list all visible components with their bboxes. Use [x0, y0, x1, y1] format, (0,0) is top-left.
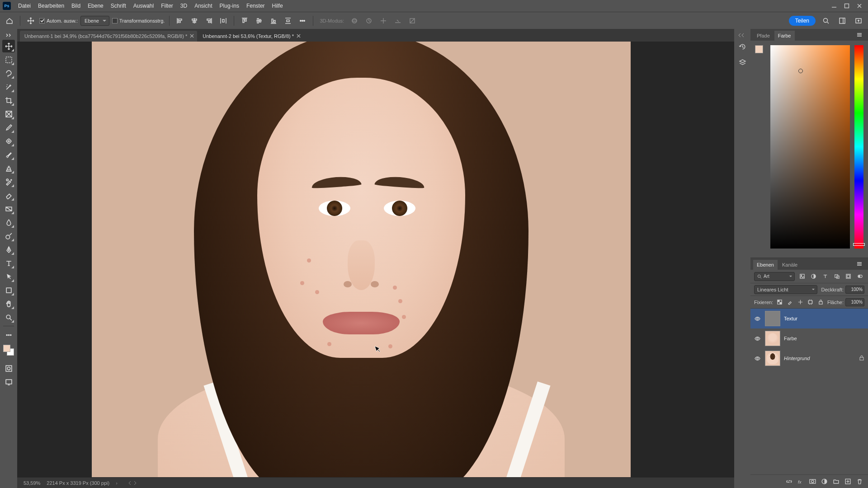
canvas-area[interactable]	[17, 42, 734, 477]
distribute-v-icon[interactable]	[282, 15, 294, 27]
visibility-toggle-icon[interactable]	[754, 355, 761, 362]
frame-tool[interactable]	[2, 108, 15, 120]
edit-toolbar-icon[interactable]	[2, 328, 15, 341]
more-align-icon[interactable]	[297, 15, 308, 27]
toolbar-collapse-icon[interactable]	[3, 32, 14, 39]
lock-transparency-icon[interactable]	[776, 298, 783, 306]
distribute-h-icon[interactable]	[217, 15, 229, 27]
close-icon[interactable]	[190, 33, 194, 38]
expand-dock-icon[interactable]	[737, 32, 747, 37]
layer-name[interactable]: Hintergrund	[784, 356, 810, 361]
workspace-icon[interactable]	[836, 15, 848, 27]
healing-brush-tool[interactable]	[2, 135, 15, 147]
share-button[interactable]: Teilen	[789, 16, 816, 26]
filter-toggle-switch[interactable]	[855, 272, 864, 281]
move-tool-icon[interactable]	[25, 15, 37, 27]
window-minimize-button[interactable]	[831, 3, 837, 9]
filter-adjustment-icon[interactable]	[809, 272, 818, 281]
type-tool[interactable]	[2, 257, 15, 269]
align-bottom-icon[interactable]	[268, 15, 279, 27]
hue-slider[interactable]	[854, 45, 863, 249]
foreground-swatch[interactable]	[3, 345, 10, 352]
auto-select-checkbox[interactable]: Autom. ausw.:	[39, 18, 78, 23]
clone-stamp-tool[interactable]	[2, 162, 15, 174]
scroll-right-icon[interactable]	[133, 481, 137, 485]
window-close-button[interactable]	[856, 3, 863, 9]
document-canvas[interactable]	[92, 42, 631, 477]
brush-tool[interactable]	[2, 148, 15, 161]
layer-thumbnail[interactable]	[765, 311, 780, 326]
align-top-icon[interactable]	[239, 15, 250, 27]
crop-tool[interactable]	[2, 94, 15, 107]
lock-position-icon[interactable]	[797, 298, 804, 306]
lasso-tool[interactable]	[2, 67, 15, 80]
history-panel-icon[interactable]	[736, 41, 748, 52]
layer-name[interactable]: Textur	[784, 316, 797, 321]
link-layers-icon[interactable]	[786, 478, 793, 485]
visibility-toggle-icon[interactable]	[754, 335, 761, 342]
filter-shape-icon[interactable]	[832, 272, 841, 281]
adjustment-layer-icon[interactable]	[821, 478, 828, 485]
layers-panel-icon[interactable]	[736, 56, 748, 68]
foreground-color[interactable]	[755, 45, 763, 53]
lock-artboard-icon[interactable]	[807, 298, 814, 306]
export-icon[interactable]	[853, 15, 864, 27]
align-left-icon[interactable]	[174, 15, 186, 27]
close-icon[interactable]	[297, 33, 301, 38]
window-maximize-button[interactable]	[844, 3, 850, 9]
opacity-field[interactable]	[845, 286, 864, 294]
shape-tool[interactable]	[2, 284, 15, 296]
menu-3d[interactable]: 3D	[177, 0, 191, 12]
layer-thumbnail[interactable]	[765, 331, 780, 346]
menu-schrift[interactable]: Schrift	[107, 0, 130, 12]
color-swatches[interactable]	[2, 344, 15, 357]
fill-field[interactable]	[845, 298, 864, 306]
search-icon[interactable]	[820, 15, 832, 27]
document-info[interactable]: 2214 Px x 3319 Px (300 ppi)	[47, 480, 109, 486]
home-button[interactable]	[4, 15, 15, 27]
transform-controls-checkbox[interactable]: Transformationsstrg.	[112, 18, 165, 23]
magic-wand-tool[interactable]	[2, 80, 15, 93]
tab-kanaele[interactable]: Kanäle	[778, 260, 801, 270]
history-brush-tool[interactable]	[2, 175, 15, 188]
panel-color-swatches[interactable]	[755, 45, 766, 56]
menu-auswahl[interactable]: Auswahl	[130, 0, 157, 12]
menu-datei[interactable]: Datei	[14, 0, 34, 12]
zoom-tool[interactable]	[2, 311, 15, 324]
menu-plugins[interactable]: Plug-ins	[216, 0, 243, 12]
quickmask-toggle[interactable]	[2, 362, 15, 375]
mask-icon[interactable]	[809, 478, 816, 485]
visibility-toggle-icon[interactable]	[754, 315, 761, 322]
menu-bild[interactable]: Bild	[68, 0, 84, 12]
gradient-tool[interactable]	[2, 202, 15, 215]
saturation-value-picker[interactable]	[770, 45, 850, 249]
document-tab[interactable]: Unbenannt-1 bei 34,9% (bca77544d76c791f5…	[20, 31, 197, 42]
menu-filter[interactable]: Filter	[157, 0, 177, 12]
menu-fenster[interactable]: Fenster	[243, 0, 269, 12]
move-tool[interactable]	[2, 40, 15, 52]
group-icon[interactable]	[833, 478, 840, 485]
layer-filter-type-dropdown[interactable]: Art	[754, 272, 795, 281]
menu-ansicht[interactable]: Ansicht	[191, 0, 216, 12]
tab-ebenen[interactable]: Ebenen	[753, 260, 778, 270]
scroll-left-icon[interactable]	[127, 481, 132, 485]
lock-all-icon[interactable]	[817, 298, 825, 306]
filter-type-icon[interactable]	[821, 272, 830, 281]
fx-icon[interactable]: fx	[797, 478, 805, 485]
new-layer-icon[interactable]	[844, 478, 852, 485]
menu-bearbeiten[interactable]: Bearbeiten	[34, 0, 68, 12]
blend-mode-dropdown[interactable]: Lineares Licht	[754, 285, 817, 294]
auto-select-target-dropdown[interactable]: Ebene	[80, 16, 109, 26]
layer-row[interactable]: Hintergrund	[750, 348, 868, 368]
path-select-tool[interactable]	[2, 270, 15, 283]
trash-icon[interactable]	[856, 478, 863, 485]
pen-tool[interactable]	[2, 243, 15, 256]
align-vcenter-icon[interactable]	[253, 15, 265, 27]
align-right-icon[interactable]	[203, 15, 215, 27]
eyedropper-tool[interactable]	[2, 121, 15, 134]
screenmode-toggle[interactable]	[2, 375, 15, 388]
layer-thumbnail[interactable]	[765, 351, 780, 366]
layer-name[interactable]: Farbe	[784, 336, 797, 341]
zoom-level[interactable]: 53,59%	[24, 480, 40, 486]
document-tab[interactable]: Unbenannt-2 bei 53,6% (Textur, RGB/8) *	[198, 31, 304, 42]
